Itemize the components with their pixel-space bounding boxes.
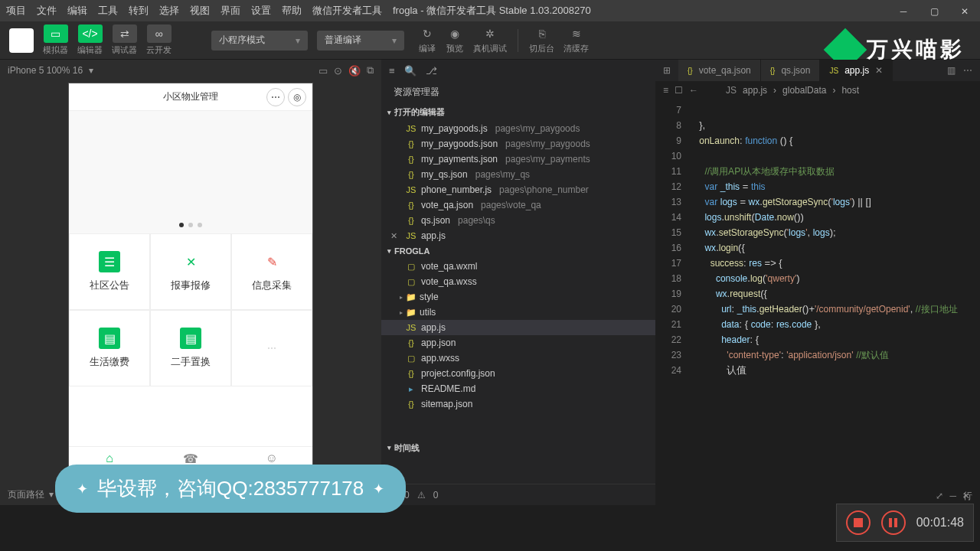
preview-button[interactable]: ◉预览 (446, 26, 464, 54)
folder-item[interactable]: ▸📁utils (381, 305, 655, 320)
timeline-section[interactable]: 时间线 (381, 439, 655, 457)
file-item[interactable]: ▢vote_qa.wxss (381, 274, 655, 289)
pause-button[interactable] (881, 510, 906, 535)
tab-group-icon[interactable]: ⊞ (663, 65, 671, 76)
clear-button[interactable]: ≋清缓存 (564, 26, 589, 54)
menu-settings[interactable]: 设置 (251, 4, 271, 18)
file-item[interactable]: ▢vote_qa.wxml (381, 259, 655, 274)
recorder-close-icon[interactable]: ✕ (962, 491, 970, 501)
menu-goto[interactable]: 转到 (129, 4, 149, 18)
grid-info[interactable]: ✎信息采集 (231, 233, 312, 310)
window-controls: ─ ▢ ✕ (888, 0, 980, 23)
carousel[interactable] (69, 111, 312, 233)
menu-help[interactable]: 帮助 (282, 4, 302, 18)
copy-icon[interactable]: ⧉ (367, 64, 374, 77)
open-file[interactable]: {}my_qs.jsonpages\my_qs (381, 167, 655, 182)
file-item[interactable]: {}sitemap.json (381, 396, 655, 412)
open-file[interactable]: {}qs.jsonpages\qs (381, 213, 655, 228)
editor-button[interactable]: </>编辑器 (77, 24, 103, 57)
device-icon[interactable]: ▭ (318, 65, 328, 77)
open-file[interactable]: JSmy_paygoods.jspages\my_paygoods (381, 121, 655, 136)
file-item[interactable]: {}app.json (381, 335, 655, 350)
project-icon[interactable] (9, 28, 34, 53)
explorer-title: 资源管理器 (381, 81, 655, 103)
warning-icon[interactable]: ⚠ (417, 490, 426, 500)
home-icon[interactable]: ⊙ (334, 65, 342, 77)
menubar: 项目 文件 编辑 工具 转到 选择 视图 界面 设置 帮助 微信开发者工具 fr… (0, 0, 980, 21)
menu-view[interactable]: 视图 (190, 4, 210, 18)
menu-tool[interactable]: 工具 (98, 4, 118, 18)
mute-icon[interactable]: 🔇 (348, 65, 361, 77)
menu-select[interactable]: 选择 (159, 4, 179, 18)
menu-file[interactable]: 文件 (37, 4, 57, 18)
page-title: 小区物业管理 (163, 90, 218, 103)
open-file[interactable]: {}my_payments.jsonpages\my_payments (381, 152, 655, 167)
menu-project[interactable]: 项目 (6, 4, 26, 18)
explorer-pane: ≡ 🔍 ⎇ 资源管理器 打开的编辑器 JSmy_paygoods.jspages… (381, 60, 655, 505)
tab-qs[interactable]: {}qs.json (761, 60, 821, 81)
breadcrumb: ≡ ☐ ← JSapp.js› globalData› host (655, 81, 980, 99)
open-file[interactable]: {}my_paygoods.jsonpages\my_paygoods (381, 136, 655, 152)
tab-app-js[interactable]: JSapp.js✕ (820, 60, 893, 81)
grid-repair[interactable]: ✕报事报修 (150, 233, 231, 310)
simulator-pane: iPhone 5 100% 16▾ ▭ ⊙ 🔇 ⧉ 小区物业管理 ⋯◎ ☰社区公… (0, 60, 381, 505)
project-section[interactable]: FROGLA (381, 243, 655, 259)
grid-empty: ⋯ (231, 310, 312, 386)
open-file[interactable]: {}vote_qa.jsonpages\vote_qa (381, 197, 655, 213)
compile-button[interactable]: ↻编译 (418, 26, 436, 54)
simulator-screen[interactable]: 小区物业管理 ⋯◎ ☰社区公告 ✕报事报修 ✎信息采集 ▤生活缴费 ▤二手置换 … (68, 83, 313, 484)
path-label: 页面路径 (8, 488, 44, 501)
more-tabs-icon[interactable]: ⋯ (963, 65, 972, 76)
grid-payment[interactable]: ▤生活缴费 (69, 310, 150, 386)
cloud-button[interactable]: ∞云开发 (146, 24, 172, 57)
mode-select[interactable]: 小程序模式 (211, 31, 308, 51)
screen-recorder[interactable]: ⤢─✕ 00:01:48 (836, 504, 974, 542)
branch-icon[interactable]: ⎇ (426, 65, 437, 77)
close-icon[interactable]: ✕ (949, 0, 980, 23)
folder-item[interactable]: ▸📁style (381, 289, 655, 305)
menu-ui[interactable]: 界面 (220, 4, 240, 18)
tab-vote-qa[interactable]: {}vote_qa.json (678, 60, 761, 81)
open-editors-section[interactable]: 打开的编辑器 (381, 103, 655, 121)
grid-exchange[interactable]: ▤二手置换 (150, 310, 231, 386)
maximize-icon[interactable]: ▢ (919, 0, 949, 23)
split-icon[interactable]: ▥ (947, 65, 956, 76)
device-label[interactable]: iPhone 5 100% 16 (8, 65, 83, 76)
file-item[interactable]: ▢app.wxss (381, 350, 655, 366)
open-file[interactable]: ✕JSapp.js (381, 228, 655, 243)
compile-mode-select[interactable]: 普通编译 (317, 31, 404, 51)
file-item[interactable]: JSapp.js (381, 320, 655, 335)
window-title: frogla - 微信开发者工具 Stable 1.03.2008270 (393, 4, 591, 18)
file-item[interactable]: ▸README.md (381, 381, 655, 396)
outline-icon[interactable]: ≡ (389, 65, 395, 77)
minimize-icon[interactable]: ─ (888, 0, 919, 23)
code-editor[interactable]: 789101112131415161718192021222324 }, onL… (655, 99, 980, 487)
editor-pane: ⊞ {}vote_qa.json {}qs.json JSapp.js✕ ▥⋯ … (655, 60, 980, 505)
menu-wechat[interactable]: 微信开发者工具 (312, 4, 382, 18)
back-icon[interactable]: ← (689, 85, 698, 96)
remote-button[interactable]: ✲真机调试 (473, 26, 507, 54)
open-file[interactable]: JSphone_number.jspages\phone_number (381, 182, 655, 197)
debugger-button[interactable]: ⇄调试器 (112, 24, 137, 57)
close-tab-icon[interactable]: ✕ (875, 65, 883, 76)
capsule-close-icon[interactable]: ◎ (288, 88, 306, 106)
stop-button[interactable] (846, 510, 871, 535)
capsule-menu-icon[interactable]: ⋯ (266, 88, 285, 106)
advertisement-overlay: 毕设帮，咨询QQ:2835777178 (55, 465, 406, 513)
simulator-button[interactable]: ▭模拟器 (43, 24, 68, 57)
status-bar: 行 (655, 487, 980, 505)
recorder-minimize-icon[interactable]: ─ (949, 491, 956, 501)
list-icon[interactable]: ≡ (663, 85, 668, 96)
background-button[interactable]: ⎘切后台 (529, 26, 554, 54)
search-icon[interactable]: 🔍 (404, 65, 416, 77)
grid-announce[interactable]: ☰社区公告 (69, 233, 150, 310)
recording-time: 00:01:48 (916, 516, 964, 530)
file-item[interactable]: {}project.config.json (381, 366, 655, 381)
bookmark-icon[interactable]: ☐ (675, 85, 683, 96)
recorder-expand-icon[interactable]: ⤢ (936, 491, 943, 501)
menu-edit[interactable]: 编辑 (67, 4, 87, 18)
editor-tabs: ⊞ {}vote_qa.json {}qs.json JSapp.js✕ ▥⋯ (655, 60, 980, 81)
